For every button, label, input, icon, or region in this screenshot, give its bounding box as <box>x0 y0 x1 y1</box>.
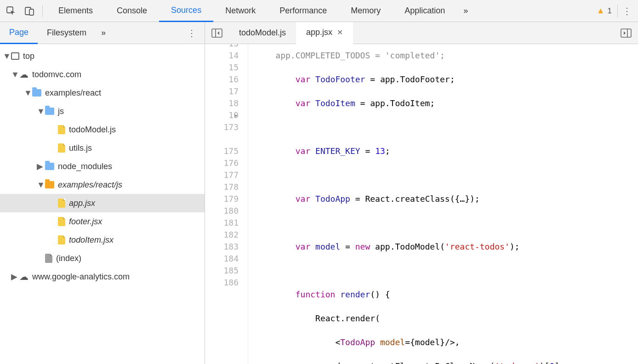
more-navigator-tabs-icon[interactable]: » <box>96 28 111 38</box>
line-gutter[interactable]: 13141516171819▶1731741751761771781791801… <box>205 44 248 364</box>
divider <box>42 5 43 17</box>
tree-label: top <box>23 51 34 61</box>
tab-console[interactable]: Console <box>105 0 159 22</box>
file-icon <box>58 143 65 153</box>
tree-folder-examples-react-js[interactable]: ▼ examples/react/js <box>0 176 205 194</box>
device-toolbar-icon[interactable] <box>20 0 39 22</box>
tab-application[interactable]: Application <box>393 0 457 22</box>
svg-rect-3 <box>212 29 222 37</box>
tree-label: todoModel.js <box>69 125 116 135</box>
tree-label: node_modules <box>58 162 112 171</box>
svg-rect-5 <box>621 29 631 37</box>
toggle-debugger-icon[interactable] <box>614 28 638 38</box>
tab-elements[interactable]: Elements <box>46 0 105 22</box>
file-tab-app-jsx[interactable]: app.jsx ✕ <box>296 22 353 44</box>
tree-label: footer.jsx <box>69 217 102 227</box>
disclosure-triangle-icon: ▶ <box>11 272 17 282</box>
fold-icon[interactable]: ▶ <box>234 109 238 121</box>
inspect-element-icon[interactable] <box>2 0 20 22</box>
navigator-tab-page[interactable]: Page <box>0 22 38 44</box>
navigator-sidebar: Page Filesystem » ⋮ ▼ top ▼ ☁ todomvc.co… <box>0 22 205 364</box>
folder-icon <box>45 108 54 115</box>
disclosure-triangle-icon: ▶ <box>37 161 43 171</box>
sources-workspace: Page Filesystem » ⋮ ▼ top ▼ ☁ todomvc.co… <box>0 22 638 364</box>
tree-label: (index) <box>56 254 81 263</box>
warnings-count: 1 <box>608 6 612 16</box>
tree-file-todomodel[interactable]: todoModel.js <box>0 120 205 139</box>
tree-label: todomvc.com <box>32 70 81 80</box>
tree-label: app.jsx <box>69 199 95 208</box>
file-icon <box>58 217 65 226</box>
file-tabs: todoModel.js app.jsx ✕ <box>205 22 638 44</box>
tree-file-app-jsx[interactable]: app.jsx <box>0 194 205 212</box>
file-icon <box>45 254 52 263</box>
navigator-tab-filesystem[interactable]: Filesystem <box>38 22 96 44</box>
code-editor[interactable]: 13141516171819▶1731741751761771781791801… <box>205 44 638 364</box>
svg-rect-2 <box>29 9 34 15</box>
warnings-indicator[interactable]: ▲ 1 <box>591 5 618 17</box>
folder-icon <box>45 163 54 170</box>
tree-file-utils[interactable]: utils.js <box>0 139 205 157</box>
tree-folder-examples-react[interactable]: ▼ examples/react <box>0 84 205 102</box>
cloud-icon: ☁ <box>19 271 28 282</box>
navigator-menu-icon[interactable]: ⋮ <box>179 28 205 39</box>
file-tab-label: todoModel.js <box>239 28 286 38</box>
file-tab-todomodel[interactable]: todoModel.js <box>229 22 296 44</box>
devtools-main-tabs: Elements Console Sources Network Perform… <box>0 0 638 22</box>
more-tabs-icon[interactable]: » <box>457 0 474 22</box>
file-icon <box>58 199 65 208</box>
file-tab-label: app.jsx <box>306 28 332 37</box>
toggle-navigator-icon[interactable] <box>205 28 229 38</box>
tree-folder-node-modules[interactable]: ▶ node_modules <box>0 157 205 176</box>
tree-label: examples/react/js <box>58 180 122 190</box>
tree-label: js <box>58 107 64 116</box>
tab-performance[interactable]: Performance <box>268 0 339 22</box>
tree-label: www.google-analytics.com <box>32 272 130 282</box>
folder-icon <box>32 89 41 97</box>
tab-memory[interactable]: Memory <box>339 0 393 22</box>
tab-network[interactable]: Network <box>213 0 268 22</box>
file-icon <box>58 125 65 134</box>
code-content[interactable]: app.COMPLETED_TODOS = 'completed'; var T… <box>248 44 638 364</box>
disclosure-triangle-icon: ▼ <box>24 88 30 98</box>
disclosure-triangle-icon: ▼ <box>37 107 43 116</box>
close-tab-icon[interactable]: ✕ <box>337 28 343 37</box>
tree-label: examples/react <box>45 88 101 98</box>
tree-domain-ga[interactable]: ▶ ☁ www.google-analytics.com <box>0 267 205 286</box>
tree-file-todoitem-jsx[interactable]: todoItem.jsx <box>0 231 205 249</box>
file-icon <box>58 235 65 245</box>
tree-folder-js[interactable]: ▼ js <box>0 102 205 120</box>
tree-label: todoItem.jsx <box>69 235 114 245</box>
tree-file-index[interactable]: (index) <box>0 249 205 267</box>
folder-icon <box>45 181 54 188</box>
disclosure-triangle-icon: ▼ <box>11 70 17 80</box>
navigator-tabs: Page Filesystem » ⋮ <box>0 22 205 44</box>
cloud-icon: ☁ <box>19 69 28 80</box>
frame-icon <box>11 52 19 60</box>
settings-menu-icon[interactable]: ⋮ <box>618 6 636 17</box>
tree-file-footer-jsx[interactable]: footer.jsx <box>0 212 205 231</box>
file-tree: ▼ top ▼ ☁ todomvc.com ▼ examples/react ▼… <box>0 44 205 364</box>
tree-label: utils.js <box>69 143 92 153</box>
warning-icon: ▲ <box>597 6 605 16</box>
tree-domain-todomvc[interactable]: ▼ ☁ todomvc.com <box>0 65 205 84</box>
disclosure-triangle-icon: ▼ <box>3 51 9 61</box>
disclosure-triangle-icon: ▼ <box>37 180 43 190</box>
editor-pane: todoModel.js app.jsx ✕ 13141516171819▶17… <box>205 22 638 364</box>
tab-sources[interactable]: Sources <box>159 0 213 22</box>
tree-frame-top[interactable]: ▼ top <box>0 47 205 65</box>
